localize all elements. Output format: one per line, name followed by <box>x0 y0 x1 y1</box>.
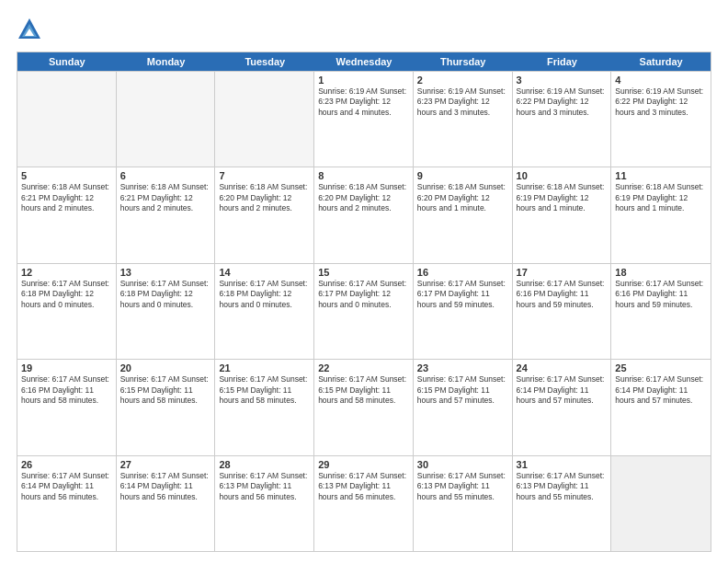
day-number: 18 <box>615 267 707 278</box>
day-number: 12 <box>21 267 112 278</box>
day-number: 16 <box>417 267 508 278</box>
day-number: 24 <box>517 362 608 373</box>
day-number: 13 <box>120 267 211 278</box>
day-info: Sunrise: 6:18 AM Sunset: 6:21 PM Dayligh… <box>21 182 112 213</box>
calendar-cell: 24Sunrise: 6:17 AM Sunset: 6:14 PM Dayli… <box>513 360 612 454</box>
day-info: Sunrise: 6:17 AM Sunset: 6:14 PM Dayligh… <box>120 471 211 502</box>
day-info: Sunrise: 6:17 AM Sunset: 6:18 PM Dayligh… <box>21 279 112 310</box>
calendar-row-0: 1Sunrise: 6:19 AM Sunset: 6:23 PM Daylig… <box>17 71 711 167</box>
calendar-cell: 9Sunrise: 6:18 AM Sunset: 6:20 PM Daylig… <box>414 167 513 262</box>
day-info: Sunrise: 6:19 AM Sunset: 6:23 PM Dayligh… <box>318 86 409 118</box>
calendar-cell: 27Sunrise: 6:17 AM Sunset: 6:14 PM Dayli… <box>117 456 216 551</box>
header <box>17 17 711 42</box>
day-info: Sunrise: 6:17 AM Sunset: 6:16 PM Dayligh… <box>615 279 707 310</box>
calendar-cell: 6Sunrise: 6:18 AM Sunset: 6:21 PM Daylig… <box>117 167 216 262</box>
calendar-cell: 12Sunrise: 6:17 AM Sunset: 6:18 PM Dayli… <box>17 264 117 359</box>
day-info: Sunrise: 6:17 AM Sunset: 6:15 PM Dayligh… <box>120 374 211 406</box>
calendar-row-4: 26Sunrise: 6:17 AM Sunset: 6:14 PM Dayli… <box>17 455 711 551</box>
day-number: 23 <box>417 362 508 373</box>
day-info: Sunrise: 6:18 AM Sunset: 6:19 PM Dayligh… <box>615 182 707 213</box>
page: SundayMondayTuesdayWednesdayThursdayFrid… <box>0 0 728 563</box>
calendar-cell: 20Sunrise: 6:17 AM Sunset: 6:15 PM Dayli… <box>117 360 216 454</box>
day-number: 30 <box>417 459 508 470</box>
day-info: Sunrise: 6:18 AM Sunset: 6:21 PM Dayligh… <box>120 182 211 213</box>
day-number: 14 <box>219 267 310 278</box>
day-info: Sunrise: 6:17 AM Sunset: 6:14 PM Dayligh… <box>615 374 707 406</box>
calendar-cell: 31Sunrise: 6:17 AM Sunset: 6:13 PM Dayli… <box>513 456 612 551</box>
day-number: 20 <box>120 362 211 373</box>
calendar-cell <box>17 72 117 167</box>
day-info: Sunrise: 6:17 AM Sunset: 6:13 PM Dayligh… <box>417 471 508 502</box>
day-info: Sunrise: 6:18 AM Sunset: 6:20 PM Dayligh… <box>219 182 310 213</box>
calendar-cell: 5Sunrise: 6:18 AM Sunset: 6:21 PM Daylig… <box>17 167 117 262</box>
weekday-header-friday: Friday <box>513 52 612 71</box>
calendar-cell <box>117 72 216 167</box>
day-info: Sunrise: 6:17 AM Sunset: 6:14 PM Dayligh… <box>21 471 112 502</box>
weekday-header-wednesday: Wednesday <box>314 52 414 71</box>
day-number: 7 <box>219 170 310 181</box>
day-info: Sunrise: 6:17 AM Sunset: 6:18 PM Dayligh… <box>219 279 310 310</box>
calendar-row-1: 5Sunrise: 6:18 AM Sunset: 6:21 PM Daylig… <box>17 167 711 262</box>
calendar-cell: 10Sunrise: 6:18 AM Sunset: 6:19 PM Dayli… <box>513 167 612 262</box>
day-info: Sunrise: 6:18 AM Sunset: 6:20 PM Dayligh… <box>318 182 409 213</box>
day-number: 19 <box>21 362 112 373</box>
day-number: 17 <box>517 267 608 278</box>
calendar-cell: 7Sunrise: 6:18 AM Sunset: 6:20 PM Daylig… <box>215 167 314 262</box>
day-number: 2 <box>417 75 508 86</box>
day-info: Sunrise: 6:17 AM Sunset: 6:13 PM Dayligh… <box>219 471 310 502</box>
day-number: 6 <box>120 170 211 181</box>
weekday-header-monday: Monday <box>117 52 216 71</box>
calendar-cell: 23Sunrise: 6:17 AM Sunset: 6:15 PM Dayli… <box>414 360 513 454</box>
calendar-cell: 28Sunrise: 6:17 AM Sunset: 6:13 PM Dayli… <box>215 456 314 551</box>
day-number: 3 <box>517 75 608 86</box>
day-info: Sunrise: 6:17 AM Sunset: 6:13 PM Dayligh… <box>318 471 409 502</box>
calendar-cell: 8Sunrise: 6:18 AM Sunset: 6:20 PM Daylig… <box>314 167 414 262</box>
calendar-cell: 19Sunrise: 6:17 AM Sunset: 6:16 PM Dayli… <box>17 360 117 454</box>
calendar-row-3: 19Sunrise: 6:17 AM Sunset: 6:16 PM Dayli… <box>17 359 711 454</box>
day-info: Sunrise: 6:19 AM Sunset: 6:23 PM Dayligh… <box>417 86 508 118</box>
calendar-header: SundayMondayTuesdayWednesdayThursdayFrid… <box>17 52 711 71</box>
calendar-cell: 4Sunrise: 6:19 AM Sunset: 6:22 PM Daylig… <box>611 72 711 167</box>
day-info: Sunrise: 6:19 AM Sunset: 6:22 PM Dayligh… <box>615 86 707 118</box>
day-number: 28 <box>219 459 310 470</box>
calendar-cell: 15Sunrise: 6:17 AM Sunset: 6:17 PM Dayli… <box>314 264 414 359</box>
calendar-cell: 29Sunrise: 6:17 AM Sunset: 6:13 PM Dayli… <box>314 456 414 551</box>
calendar-cell: 2Sunrise: 6:19 AM Sunset: 6:23 PM Daylig… <box>414 72 513 167</box>
calendar-cell: 16Sunrise: 6:17 AM Sunset: 6:17 PM Dayli… <box>414 264 513 359</box>
calendar-cell: 1Sunrise: 6:19 AM Sunset: 6:23 PM Daylig… <box>314 72 414 167</box>
calendar-cell: 13Sunrise: 6:17 AM Sunset: 6:18 PM Dayli… <box>117 264 216 359</box>
day-info: Sunrise: 6:17 AM Sunset: 6:13 PM Dayligh… <box>517 471 608 502</box>
day-info: Sunrise: 6:17 AM Sunset: 6:14 PM Dayligh… <box>517 374 608 406</box>
logo <box>17 17 46 42</box>
day-number: 9 <box>417 170 508 181</box>
logo-icon <box>17 17 42 42</box>
day-number: 10 <box>517 170 608 181</box>
day-info: Sunrise: 6:18 AM Sunset: 6:19 PM Dayligh… <box>517 182 608 213</box>
day-number: 31 <box>517 459 608 470</box>
day-number: 5 <box>21 170 112 181</box>
day-info: Sunrise: 6:17 AM Sunset: 6:15 PM Dayligh… <box>417 374 508 406</box>
day-info: Sunrise: 6:17 AM Sunset: 6:16 PM Dayligh… <box>21 374 112 406</box>
calendar-row-2: 12Sunrise: 6:17 AM Sunset: 6:18 PM Dayli… <box>17 263 711 359</box>
day-number: 22 <box>318 362 409 373</box>
day-number: 26 <box>21 459 112 470</box>
day-info: Sunrise: 6:17 AM Sunset: 6:15 PM Dayligh… <box>219 374 310 406</box>
day-number: 11 <box>615 170 707 181</box>
day-number: 1 <box>318 75 409 86</box>
calendar-cell: 3Sunrise: 6:19 AM Sunset: 6:22 PM Daylig… <box>513 72 612 167</box>
day-info: Sunrise: 6:17 AM Sunset: 6:15 PM Dayligh… <box>318 374 409 406</box>
day-number: 27 <box>120 459 211 470</box>
day-info: Sunrise: 6:17 AM Sunset: 6:17 PM Dayligh… <box>417 279 508 310</box>
calendar-cell: 22Sunrise: 6:17 AM Sunset: 6:15 PM Dayli… <box>314 360 414 454</box>
day-number: 21 <box>219 362 310 373</box>
calendar-cell: 11Sunrise: 6:18 AM Sunset: 6:19 PM Dayli… <box>611 167 711 262</box>
day-info: Sunrise: 6:17 AM Sunset: 6:17 PM Dayligh… <box>318 279 409 310</box>
day-number: 29 <box>318 459 409 470</box>
calendar-cell: 17Sunrise: 6:17 AM Sunset: 6:16 PM Dayli… <box>513 264 612 359</box>
day-number: 8 <box>318 170 409 181</box>
day-info: Sunrise: 6:17 AM Sunset: 6:16 PM Dayligh… <box>517 279 608 310</box>
day-number: 25 <box>615 362 707 373</box>
day-info: Sunrise: 6:17 AM Sunset: 6:18 PM Dayligh… <box>120 279 211 310</box>
calendar-cell: 30Sunrise: 6:17 AM Sunset: 6:13 PM Dayli… <box>414 456 513 551</box>
weekday-header-tuesday: Tuesday <box>215 52 314 71</box>
